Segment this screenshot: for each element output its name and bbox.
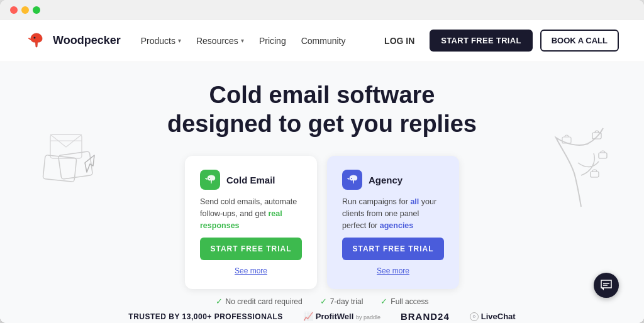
cards-container: Cold Email Send cold emails, automate fo… [185, 156, 459, 289]
dot-minimize[interactable] [21, 6, 29, 14]
resources-chevron-icon: ▾ [241, 37, 244, 44]
chat-bubble-button[interactable] [594, 273, 619, 298]
agency-trial-button[interactable]: START FREE TRIAL [342, 238, 444, 260]
agency-card: Agency Run campaigns for all your client… [327, 156, 459, 289]
dot-maximize[interactable] [33, 6, 40, 14]
livechat-brand: ○ LiveChat [470, 312, 516, 321]
browser-content: Woodpecker Products ▾ Resources ▾ Pricin… [0, 19, 644, 323]
trusted-bar: TRUSTED BY 13,000+ PROFESSIONALS 📈 Profi… [128, 311, 515, 322]
logo-text: Woodpecker [53, 34, 121, 47]
agency-highlight-1: all [410, 197, 419, 206]
nav-links: Products ▾ Resources ▾ Pricing Community [141, 36, 377, 46]
hero-title: Cold email software designed to get you … [167, 81, 477, 138]
nav-pricing[interactable]: Pricing [259, 36, 286, 46]
svg-point-10 [209, 178, 210, 179]
info-no-credit-card: ✓ No credit card required [216, 297, 303, 306]
check-icon-2: ✓ [320, 297, 327, 306]
deco-left-illustration [38, 125, 113, 190]
agency-desc: Run campaigns for all your clients from … [342, 196, 444, 231]
agency-card-header: Agency [342, 170, 444, 190]
cold-email-card-header: Cold Email [200, 170, 302, 190]
check-icon-3: ✓ [380, 297, 387, 306]
deco-right-illustration [531, 112, 613, 216]
cold-email-card: Cold Email Send cold emails, automate fo… [185, 156, 317, 289]
woodpecker-logo-icon [25, 30, 48, 52]
check-icon-1: ✓ [216, 297, 223, 306]
info-full-access: ✓ Full access [380, 297, 428, 306]
cold-email-icon [200, 170, 220, 190]
dot-close[interactable] [10, 6, 18, 14]
products-chevron-icon: ▾ [178, 37, 181, 44]
login-button[interactable]: LOG IN [377, 31, 422, 51]
profitwell-brand: 📈 ProfitWell by paddle [303, 312, 380, 321]
browser-chrome [0, 0, 644, 19]
bottom-info: ✓ No credit card required ✓ 7-day trial … [216, 297, 429, 306]
agency-highlight-2: agencies [380, 221, 414, 230]
info-7-day-trial: ✓ 7-day trial [320, 297, 364, 306]
cold-email-title: Cold Email [226, 175, 275, 185]
cold-email-trial-button[interactable]: START FREE TRIAL [200, 238, 302, 260]
nav-community[interactable]: Community [301, 36, 346, 46]
agency-see-more[interactable]: See more [342, 266, 444, 275]
svg-point-11 [351, 178, 352, 179]
browser-dots [10, 6, 40, 14]
svg-point-1 [34, 36, 36, 38]
cold-email-highlight: real responses [200, 209, 282, 230]
nav-actions: LOG IN START FREE TRIAL BOOK A CALL [377, 30, 619, 52]
brand24-brand: BRAND24 [401, 311, 450, 322]
main-content: Cold email software designed to get you … [0, 62, 644, 323]
cold-email-desc: Send cold emails, automate follow-ups, a… [200, 196, 302, 231]
nav-logo[interactable]: Woodpecker [25, 30, 121, 52]
nav-trial-button[interactable]: START FREE TRIAL [430, 30, 532, 52]
cold-email-see-more[interactable]: See more [200, 266, 302, 275]
navbar: Woodpecker Products ▾ Resources ▾ Pricin… [0, 19, 644, 62]
nav-products[interactable]: Products ▾ [141, 36, 181, 46]
svg-rect-7 [599, 153, 607, 158]
agency-title: Agency [369, 175, 402, 185]
svg-rect-8 [591, 172, 599, 177]
trusted-label: TRUSTED BY 13,000+ PROFESSIONALS [128, 312, 283, 321]
agency-icon [342, 170, 362, 190]
browser-window: Woodpecker Products ▾ Resources ▾ Pricin… [0, 0, 644, 323]
book-call-button[interactable]: BOOK A CALL [540, 30, 619, 52]
nav-resources[interactable]: Resources ▾ [196, 36, 244, 46]
